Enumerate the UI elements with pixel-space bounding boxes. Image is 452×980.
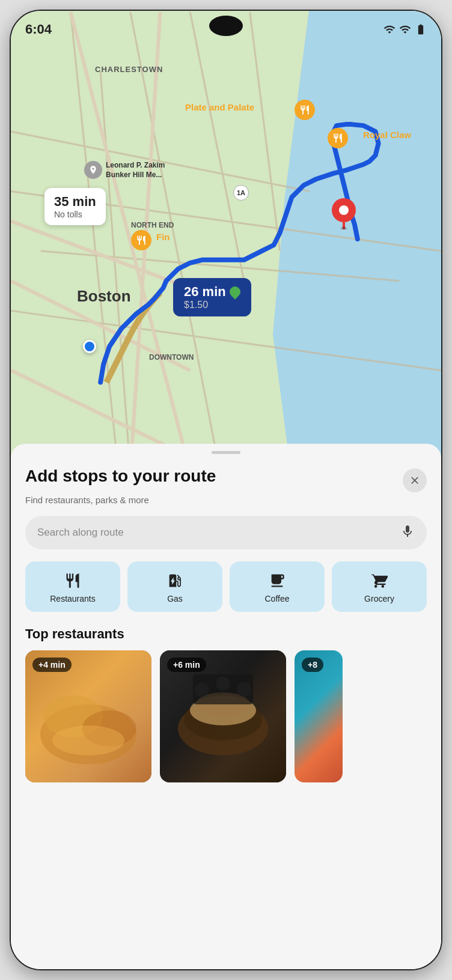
restaurant-card-2[interactable]: +6 min [160, 650, 286, 782]
plate-label: Plate and Palate [185, 102, 254, 112]
restaurant-card-list: +4 min [25, 650, 427, 782]
status-icons [383, 23, 427, 35]
status-time: 6:04 [25, 22, 52, 37]
restaurant-badge-2: +6 min [167, 658, 206, 672]
bottom-sheet: Add stops to your route Find restaurants… [11, 444, 441, 969]
poi-fin[interactable] [131, 230, 151, 250]
top-restaurants-title: Top restaurants [25, 626, 427, 642]
landmark-icon [84, 161, 102, 179]
wifi-icon [383, 23, 396, 35]
restaurant-badge-1: +4 min [32, 658, 72, 672]
landmark-label: Leonard P. ZakimBunker Hill Me... [106, 161, 165, 180]
sheet-content: Add stops to your route Find restaurants… [11, 454, 441, 782]
leaf-icon [227, 284, 242, 299]
coffee-icon [269, 572, 286, 589]
search-bar[interactable]: Search along route [25, 516, 427, 549]
origin-dot [83, 340, 96, 353]
fin-label: Fin [156, 232, 170, 242]
svg-point-15 [339, 205, 349, 215]
svg-point-27 [216, 676, 230, 691]
grocery-icon [371, 572, 388, 589]
svg-point-16 [341, 226, 347, 229]
time-box-duration: 35 min [54, 194, 96, 210]
category-restaurants[interactable]: Restaurants [25, 561, 120, 612]
map-label-downtown: DOWNTOWN [149, 353, 194, 361]
destination-pin [331, 197, 357, 232]
search-placeholder: Search along route [37, 527, 124, 539]
sheet-subtitle: Find restaurants, parks & more [25, 495, 427, 505]
svg-point-28 [237, 682, 251, 697]
restaurant-card-3[interactable]: +8 [295, 650, 343, 782]
close-button[interactable] [403, 468, 427, 492]
map-label-boston: Boston [77, 287, 131, 306]
map-background: CHARLESTOWN NORTH END Boston DOWNTOWN 1A… [11, 11, 441, 473]
restaurant-card-1[interactable]: +4 min [25, 650, 151, 782]
phone-frame: 6:04 [10, 10, 442, 970]
grocery-label: Grocery [364, 594, 394, 603]
map-label-northend: NORTH END [131, 221, 174, 229]
svg-line-7 [100, 72, 130, 472]
restaurants-icon [64, 572, 81, 589]
map-label-charlestown: CHARLESTOWN [95, 65, 163, 74]
poi-plate-and-palate[interactable] [295, 100, 315, 120]
svg-line-8 [250, 12, 280, 251]
route-box: 26 min $1.50 [173, 278, 251, 316]
restaurants-label: Restaurants [50, 594, 95, 603]
time-box: 35 min No tolls [44, 188, 106, 225]
map-svg [11, 11, 441, 473]
map-label-route-sign: 1A [233, 185, 249, 201]
route-box-cost: $1.50 [184, 300, 240, 310]
sheet-header: Add stops to your route [25, 466, 427, 492]
gas-label: Gas [167, 594, 183, 603]
battery-icon [415, 23, 427, 35]
svg-line-5 [11, 310, 441, 370]
svg-point-20 [52, 725, 124, 755]
svg-line-10 [70, 12, 190, 472]
category-coffee[interactable]: Coffee [230, 561, 325, 612]
gas-icon [166, 572, 183, 589]
royal-label: Royal Claw [363, 130, 411, 140]
route-box-time: 26 min [184, 284, 240, 300]
map-area[interactable]: CHARLESTOWN NORTH END Boston DOWNTOWN 1A… [11, 11, 441, 473]
mic-icon[interactable] [400, 524, 415, 541]
svg-line-6 [41, 251, 400, 281]
signal-icon [399, 23, 411, 35]
category-grocery[interactable]: Grocery [332, 561, 427, 612]
sheet-title: Add stops to your route [25, 466, 403, 486]
category-gas[interactable]: Gas [127, 561, 222, 612]
camera-notch [209, 16, 243, 36]
restaurant-badge-3: +8 [302, 658, 323, 672]
category-list: Restaurants Gas Coffee [25, 561, 427, 612]
poi-royal-claw[interactable] [328, 128, 348, 148]
coffee-label: Coffee [265, 594, 290, 603]
time-box-tolls: No tolls [54, 210, 96, 219]
svg-point-26 [195, 682, 209, 697]
